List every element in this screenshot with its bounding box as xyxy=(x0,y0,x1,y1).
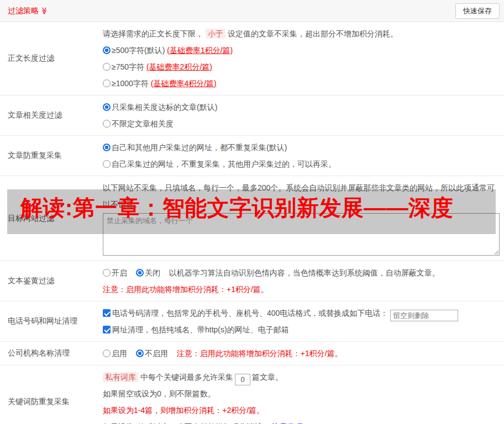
relevance-filter-label: 文章相关度过滤 xyxy=(0,96,103,135)
radio-unselected-icon[interactable] xyxy=(103,349,111,357)
row-porn-filter: 文本鉴黄过滤 开启 关闭 以机器学习算法自动识别色情内容，当色情概率达到系统阈值… xyxy=(0,261,504,301)
keyword-note-free: 如果设为5篇或以上，也不会额外增加积分消耗。 注意事项≫ xyxy=(103,418,500,424)
checkbox-checked-icon[interactable] xyxy=(103,309,111,317)
company-option-enable[interactable]: 启用 xyxy=(103,349,127,358)
row-company-cleanup: 公司机构名称清理 启用 不启用 注意：启用此功能将增加积分消耗：+1积分/篇。 xyxy=(0,342,504,365)
porn-filter-label: 文本鉴黄过滤 xyxy=(0,261,103,301)
radio-unselected-icon[interactable] xyxy=(103,63,111,71)
dedupe-option-self[interactable]: 自己采集过的网址，不重复采集，其他用户采集过的，可以再采。 xyxy=(103,156,500,172)
row-relevance-filter: 文章相关度过滤 只采集相关度达标的文章(默认) 不限定文章相关度 xyxy=(0,96,504,136)
radio-selected-icon[interactable] xyxy=(103,103,111,111)
length-option-500[interactable]: ≥500字符(默认) (基础费率1积分/篇) xyxy=(103,42,500,59)
radio-selected-icon[interactable] xyxy=(103,46,111,54)
target-site-label: 目标网站过滤 xyxy=(0,176,103,261)
phone-cleanup-option[interactable]: 电话号码清理，包括常见的手机号、座机号、400电话格式，或替换成如下电话： xyxy=(103,305,500,321)
radio-selected-icon[interactable] xyxy=(136,349,144,357)
porn-filter-desc: 以机器学习算法自动识别色情内容，当色情概率达到系统阈值，自动屏蔽文章。 xyxy=(169,268,440,277)
keyword-note-unlimited: 如果留空或设为0，则不限篇数。 xyxy=(103,385,500,402)
porn-filter-note: 注意：启用此功能将增加积分消耗：+1积分/篇。 xyxy=(103,281,500,298)
row-length-filter: 正文长度过滤 请选择需求的正文长度下限，小于设定值的文章不采集，超出部分不增加积… xyxy=(0,22,504,96)
row-dedupe: 文章防重复采集 自己和其他用户采集过的网址，都不重复采集(默认) 自己采集过的网… xyxy=(0,136,504,176)
private-thesaurus-tag: 私有词库 xyxy=(103,372,138,382)
keyword-dedupe-label: 关键词防重复采集 xyxy=(0,365,103,424)
porn-option-on[interactable]: 开启 xyxy=(103,268,127,277)
length-option-750[interactable]: ≥750字符 (基础费率2积分/篇) xyxy=(103,59,500,75)
relevance-option-strict[interactable]: 只采集相关度达标的文章(默认) xyxy=(103,99,500,115)
rate-note: (基础费率4积分/篇) xyxy=(151,79,217,88)
row-keyword-dedupe: 关键词防重复采集 私有词库中每个关键词最多允许采集篇文章。 如果留空或设为0，则… xyxy=(0,365,504,424)
keyword-limit-line: 私有词库中每个关键词最多允许采集篇文章。 xyxy=(103,369,500,385)
company-option-disable[interactable]: 不启用 xyxy=(136,349,168,358)
company-cleanup-note: 注意：启用此功能将增加积分消耗：+1积分/篇。 xyxy=(177,349,343,358)
url-cleanup-option[interactable]: 网址清理，包括纯域名、带http(s)的网址、电子邮箱 xyxy=(103,321,500,338)
radio-unselected-icon[interactable] xyxy=(103,120,111,128)
porn-option-off[interactable]: 关闭 xyxy=(136,268,160,277)
length-option-1000[interactable]: ≥1000字符 (基础费率4积分/篇) xyxy=(103,75,500,92)
length-filter-intro: 请选择需求的正文长度下限，小于设定值的文章不采集，超出部分不增加积分消耗。 xyxy=(103,25,500,42)
radio-selected-icon[interactable] xyxy=(103,144,111,151)
row-phone-url-cleanup: 电话号码和网址清理 电话号码清理，包括常见的手机号、座机号、400电话格式，或替… xyxy=(0,301,504,342)
dedupe-option-all[interactable]: 自己和其他用户采集过的网址，都不重复采集(默认) xyxy=(103,139,500,156)
relevance-option-any[interactable]: 不限定文章相关度 xyxy=(103,115,500,132)
target-site-intro: 以下网站不采集，只填域名，每行一个，最多200个。系统会自动识别并屏蔽那些非文章… xyxy=(103,179,500,213)
row-target-site: 目标网站过滤 以下网站不采集，只填域名，每行一个，最多200个。系统会自动识别并… xyxy=(0,176,504,261)
dedupe-label: 文章防重复采集 xyxy=(0,136,103,176)
phone-url-cleanup-label: 电话号码和网址清理 xyxy=(0,301,103,341)
filter-strategy-header[interactable]: 过滤策略 ≫ xyxy=(8,6,49,16)
length-filter-label: 正文长度过滤 xyxy=(0,22,103,95)
rate-note: (基础费率2积分/篇) xyxy=(146,62,212,71)
radio-selected-icon[interactable] xyxy=(136,269,144,277)
quick-save-button[interactable]: 快速保存 xyxy=(455,3,500,19)
radio-unselected-icon[interactable] xyxy=(103,80,111,87)
replacement-phone-input[interactable] xyxy=(390,310,458,321)
less-than-tag: 小于 xyxy=(206,29,225,39)
top-bar: 过滤策略 ≫ 快速保存 xyxy=(0,0,504,22)
keyword-note-cost: 如果设为1-4篇，则增加积分消耗：+2积分/篇。 xyxy=(103,402,500,418)
rate-note: (基础费率1积分/篇) xyxy=(167,46,233,55)
radio-unselected-icon[interactable] xyxy=(103,160,111,168)
blocked-domains-textarea[interactable] xyxy=(103,213,500,256)
chevron-double-down-icon: ≫ xyxy=(41,7,48,15)
filter-strategy-title: 过滤策略 xyxy=(8,6,39,16)
checkbox-checked-icon[interactable] xyxy=(103,326,111,333)
max-articles-input[interactable] xyxy=(235,374,250,385)
radio-unselected-icon[interactable] xyxy=(103,269,111,277)
company-cleanup-label: 公司机构名称清理 xyxy=(0,342,103,365)
